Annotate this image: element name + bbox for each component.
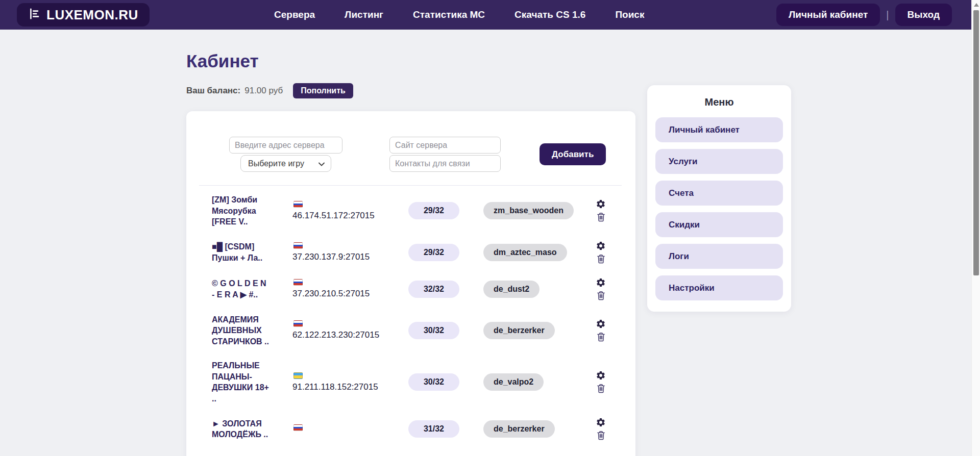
trash-icon[interactable] (596, 383, 606, 394)
server-connection: 37.230.210.5:27015 (292, 279, 382, 299)
server-row: [ZM] Зомби Мясорубка [FREE V.. 46.174.51… (186, 188, 635, 234)
players-column: 31/32 (408, 420, 459, 438)
page-title: Кабинет (186, 51, 259, 71)
country-flag-icon (293, 201, 303, 208)
menu-item[interactable]: Личный кабинет (655, 117, 783, 142)
server-row: ► ЗОЛОТАЯ МОЛОДЁЖЬ .. 31/32 de_berzerker (186, 411, 635, 447)
trash-icon[interactable] (596, 332, 606, 342)
add-server-button[interactable]: Добавить (540, 143, 606, 165)
map-column: de_dust2 (483, 281, 540, 298)
menu-item[interactable]: Настройки (655, 275, 783, 300)
nav-link[interactable]: Сервера (274, 9, 315, 20)
menu-item[interactable]: Услуги (655, 149, 783, 174)
server-name: ■█ [CSDM] Пушки + Ла.. (212, 241, 269, 263)
server-connection (292, 424, 382, 434)
players-column: 29/32 (408, 202, 459, 219)
scrollbar-thumb[interactable] (973, 10, 979, 275)
menu-title: Меню (655, 96, 783, 108)
scrollbar[interactable] (971, 0, 980, 456)
form-column-address: Выберите игру (229, 137, 342, 172)
row-actions (594, 417, 607, 441)
trash-icon[interactable] (596, 290, 606, 301)
balance-label: Ваш баланс: (186, 86, 240, 96)
row-actions (594, 319, 607, 342)
row-actions (594, 277, 607, 301)
row-actions (594, 241, 607, 264)
players-badge: 29/32 (408, 244, 459, 261)
game-select-value: Выберите игру (248, 159, 304, 168)
players-badge: 30/32 (408, 373, 459, 391)
nav-link[interactable]: Листинг (345, 9, 383, 20)
form-list-divider (199, 185, 622, 186)
server-site-input[interactable] (389, 137, 501, 154)
server-connection: 37.230.137.9:27015 (292, 242, 382, 262)
nav-link[interactable]: Статистика МС (413, 9, 485, 20)
map-column: de_berzerker (483, 420, 555, 438)
balance-value: 91.00 руб (244, 86, 283, 96)
menu-list: Личный кабинет Услуги Счета Скидки Логи … (655, 117, 783, 300)
brand-logo[interactable]: LUXEMON.RU (17, 3, 150, 27)
menu-item[interactable]: Логи (655, 244, 783, 269)
map-column: de_valpo2 (483, 373, 544, 391)
server-row: РЕАЛЬНЫЕ ПАЦАНЫ-ДЕВУШКИ 18+ .. 91.211.11… (186, 353, 635, 411)
country-flag-icon (293, 279, 303, 286)
map-badge: de_valpo2 (483, 373, 544, 391)
players-badge: 31/32 (408, 420, 459, 438)
game-select[interactable]: Выберите игру (240, 155, 331, 172)
server-list: [ZM] Зомби Мясорубка [FREE V.. 46.174.51… (186, 188, 635, 447)
server-name: © G O L D E N - E R A ▶ #.. (212, 278, 269, 300)
trash-icon[interactable] (596, 430, 606, 441)
server-name: ► ЗОЛОТАЯ МОЛОДЁЖЬ .. (212, 418, 269, 440)
account-button[interactable]: Личный кабинет (776, 4, 880, 26)
nav-link[interactable]: Поиск (615, 9, 644, 20)
server-row: АКАДЕМИЯ ДУШЕВНЫХ СТАРИЧКОВ .. 62.122.21… (186, 308, 635, 354)
nav-actions: Личный кабинет | Выход (776, 4, 952, 26)
country-flag-icon (293, 242, 303, 249)
players-badge: 30/32 (408, 322, 459, 339)
map-badge: de_berzerker (483, 322, 555, 339)
gear-icon[interactable] (596, 199, 606, 209)
servers-panel: Выберите игру Добавить [ZM] Зомби Мясору… (186, 111, 635, 456)
nav-link[interactable]: Скачать CS 1.6 (514, 9, 585, 20)
server-connection: 62.122.213.230:27015 (292, 320, 382, 340)
gear-icon[interactable] (596, 241, 606, 251)
row-actions (594, 370, 607, 394)
sidebar-menu: Меню Личный кабинет Услуги Счета Скидки … (647, 85, 791, 312)
map-column: zm_base_wooden (483, 202, 574, 219)
country-flag-icon (293, 424, 303, 431)
balance-row: Ваш баланс: 91.00 руб Пополнить (186, 83, 353, 99)
server-address-input[interactable] (229, 137, 342, 154)
map-badge: de_berzerker (483, 420, 555, 438)
players-badge: 29/32 (408, 202, 459, 219)
server-contacts-input[interactable] (389, 155, 501, 172)
server-row: ■█ [CSDM] Пушки + Ла.. 37.230.137.9:2701… (186, 234, 635, 271)
nav-links: Сервера Листинг Статистика МС Скачать CS… (274, 0, 644, 30)
add-server-form: Выберите игру Добавить (229, 137, 606, 172)
menu-item[interactable]: Скидки (655, 212, 783, 237)
logout-button[interactable]: Выход (895, 4, 952, 26)
server-name: РЕАЛЬНЫЕ ПАЦАНЫ-ДЕВУШКИ 18+ .. (212, 360, 269, 404)
map-badge: dm_aztec_maso (483, 244, 567, 261)
gear-icon[interactable] (596, 417, 606, 427)
server-address: 62.122.213.230:27015 (292, 330, 382, 340)
server-address: 91.211.118.152:27015 (292, 382, 382, 392)
scrollbar-up-arrow-icon[interactable] (974, 3, 979, 7)
players-badge: 32/32 (408, 281, 459, 298)
form-column-site (389, 137, 501, 172)
trash-icon[interactable] (596, 212, 606, 222)
players-column: 29/32 (408, 244, 459, 261)
logo-chart-icon (28, 7, 41, 22)
gear-icon[interactable] (596, 277, 606, 288)
gear-icon[interactable] (596, 319, 606, 329)
row-actions (594, 199, 607, 222)
gear-icon[interactable] (596, 370, 606, 381)
server-address: 37.230.210.5:27015 (292, 289, 382, 299)
topup-button[interactable]: Пополнить (293, 83, 353, 98)
chevron-down-icon (318, 159, 325, 168)
trash-icon[interactable] (596, 254, 606, 264)
server-connection: 91.211.118.152:27015 (292, 372, 382, 392)
country-flag-icon (293, 372, 303, 379)
nav-separator: | (886, 9, 889, 21)
menu-item[interactable]: Счета (655, 181, 783, 206)
top-navbar: LUXEMON.RU Сервера Листинг Статистика МС… (0, 0, 980, 30)
